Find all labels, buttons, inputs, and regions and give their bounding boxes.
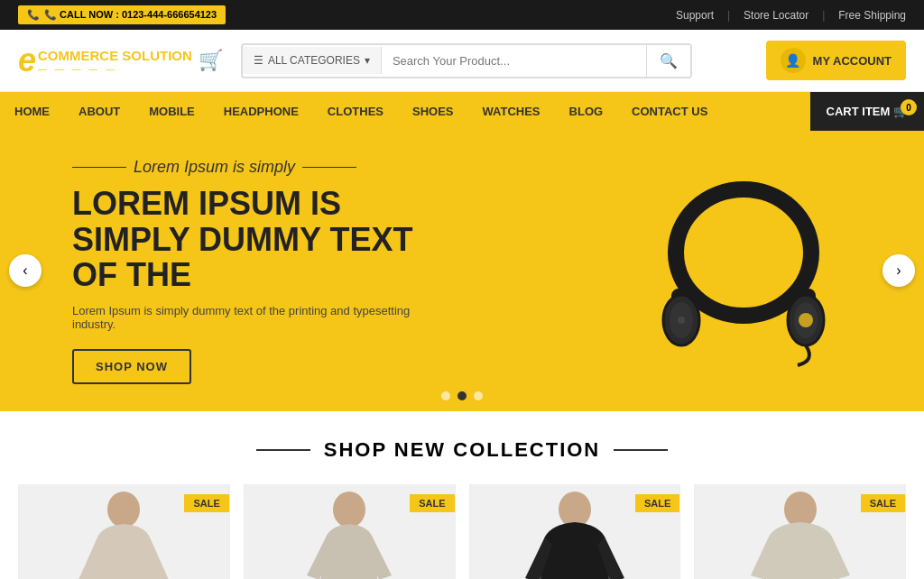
product-image-area: SALE [245,485,455,579]
nav-watches[interactable]: WATCHES [468,92,555,131]
svg-point-9 [107,492,140,528]
product-card: SALE Product Name Here 1 ... $99.00 $120… [694,484,906,579]
hero-cta-button[interactable]: SHOP NOW [72,349,191,384]
dot-1[interactable] [441,391,450,400]
divider: | [727,9,730,22]
svg-point-7 [799,313,813,327]
support-link[interactable]: Support [676,9,714,22]
product-model-svg [525,490,624,579]
store-locator-link[interactable]: Store Locator [744,9,808,22]
search-button[interactable]: 🔍 [646,45,690,77]
hero-description: Lorem Ipsum is simply dummy text of the … [72,304,442,331]
nav-headphone[interactable]: HEADPHONE [209,92,313,131]
dot-2[interactable] [457,391,467,400]
hero-subtitle: Lorem Ipsum is simply [72,158,442,177]
search-input[interactable] [382,47,646,75]
nav-shoes[interactable]: SHOES [398,92,468,131]
product-image-area: SALE [695,485,905,579]
category-label: ALL CATEGORIES [268,54,360,67]
cart-badge: 0 [901,99,917,115]
svg-point-8 [678,317,685,324]
hero-banner: ‹ Lorem Ipsum is simply LOREM IPSUM IS S… [0,131,924,411]
cart-icon: 🛒 [199,49,223,72]
account-button[interactable]: 👤 MY ACCOUNT [766,41,906,80]
hero-image-area [617,131,870,411]
cart-item-label: Cart Item [827,105,891,118]
logo-e: e [18,44,36,77]
cart-nav-item[interactable]: Cart Item 🛒 0 [810,92,924,131]
nav-about[interactable]: ABOUT [64,92,134,131]
product-image-area: SALE [19,485,229,579]
nav-mobile[interactable]: MOBILE [134,92,209,131]
collection-section: SHOP NEW COLLECTION SALE Product Name He… [0,411,924,579]
section-title: SHOP NEW COLLECTION [18,438,906,462]
category-dropdown[interactable]: ☰ ALL CATEGORIES ▾ [243,47,382,74]
top-bar: 📞 📞 CALL NOW : 0123-444-666654123 Suppor… [0,0,924,30]
dot-3[interactable] [474,391,483,400]
product-model-svg [300,490,399,579]
product-card: SALE Product Name Here 1 ... $99.00 $120… [469,484,681,579]
sale-badge: SALE [861,494,905,512]
logo-text: COMMERCE SOLUTION [38,48,192,64]
phone-icon: 📞 [27,9,40,21]
browser-window: 📞 📞 CALL NOW : 0123-444-666654123 Suppor… [0,0,924,579]
main-nav: HOME ABOUT MOBILE HEADPHONE CLOTHES SHOE… [0,92,924,131]
products-grid: SALE Product Name Here 1 ... $99.00 $120… [18,484,906,579]
nav-home[interactable]: HOME [0,92,64,131]
phone-bar: 📞 📞 CALL NOW : 0123-444-666654123 [18,5,226,24]
nav-blog[interactable]: BLOG [555,92,618,131]
logo-underline: — — — — — [38,64,192,74]
sale-badge: SALE [410,494,454,512]
logo[interactable]: e COMMERCE SOLUTION — — — — — 🛒 [18,44,223,77]
headphone-svg [617,171,870,370]
divider2: | [822,9,825,22]
sale-badge: SALE [635,494,679,512]
top-bar-links: Support | Store Locator | Free Shipping [676,9,906,22]
logo-text-main: COMMERCE SOLUTION [38,48,192,63]
product-card: SALE Product Name Here 1 ... $99.00 $120… [244,484,456,579]
product-model-svg [74,490,173,579]
hero-title: LOREM IPSUM IS SIMPLY DUMMY TEXT OF THE [72,186,442,293]
svg-point-10 [333,492,365,528]
hero-dots [441,391,483,400]
hero-next-button[interactable]: › [882,254,915,287]
nav-contact[interactable]: CONTACT US [617,92,722,131]
product-card: SALE Product Name Here 1 ... $99.00 $120… [18,484,230,579]
hamburger-icon: ☰ [254,54,263,67]
svg-point-0 [676,189,811,316]
hero-content: Lorem Ipsum is simply LOREM IPSUM IS SIM… [0,131,496,411]
product-image-area: SALE [470,485,680,579]
sale-badge: SALE [184,494,228,512]
header: e COMMERCE SOLUTION — — — — — 🛒 ☰ ALL CA… [0,30,924,92]
free-shipping-link[interactable]: Free Shipping [838,9,906,22]
nav-clothes[interactable]: CLOTHES [313,92,398,131]
product-model-svg [751,490,850,579]
account-icon: 👤 [781,48,806,73]
search-area: ☰ ALL CATEGORIES ▾ 🔍 [241,43,692,78]
phone-number: 📞 CALL NOW : 0123-444-666654123 [44,9,217,21]
account-label: MY ACCOUNT [813,54,892,68]
chevron-down-icon: ▾ [365,54,370,67]
hero-prev-button[interactable]: ‹ [9,254,42,287]
